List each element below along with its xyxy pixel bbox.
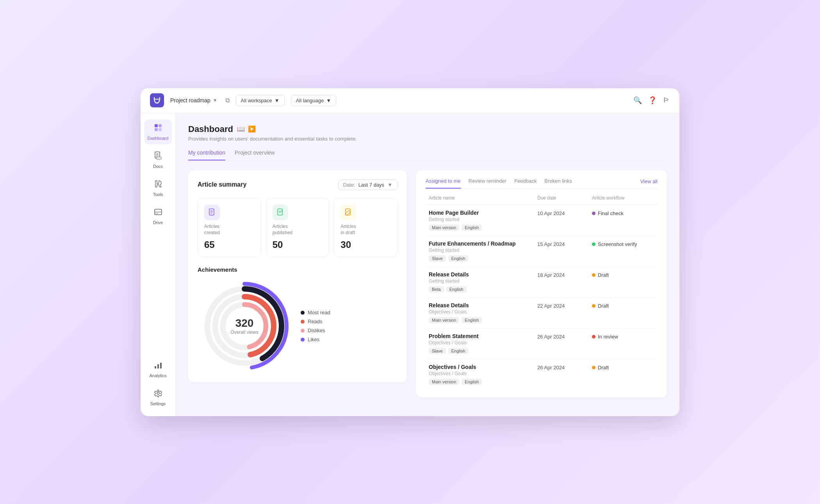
col-due-date: Due date [537, 195, 592, 201]
play-icon[interactable]: ▶️ [248, 125, 256, 133]
workflow-2: Screenshot verify [592, 240, 654, 247]
workflow-3: Draft [592, 271, 654, 278]
page-header: Dashboard 📖 ▶️ [188, 124, 667, 134]
tag-main-version-1: Main version [429, 224, 459, 231]
project-selector[interactable]: Project roadmap ▼ [170, 97, 217, 103]
table-row: Home Page Builder Getting started Main v… [426, 205, 658, 236]
stat-published-icon [273, 205, 288, 220]
external-link-icon[interactable]: ⧉ [225, 97, 230, 104]
tag-english-1: English [462, 224, 482, 231]
workflow-label-3: Draft [598, 272, 609, 278]
stat-published-value: 50 [273, 239, 323, 250]
workflow-label-6: Draft [598, 365, 609, 370]
workspace-filter[interactable]: All workspace ▼ [236, 95, 285, 106]
tag-slave-5: Slave [429, 348, 446, 354]
achievements-section: Achievements [198, 266, 398, 373]
sidebar-item-settings-label: Settings [150, 401, 166, 406]
sidebar-item-dashboard-label: Dashboard [148, 136, 169, 141]
help-icon[interactable]: ❓ [648, 96, 657, 105]
due-date-5: 26 Apr 2024 [537, 333, 592, 340]
workflow-1: Final check [592, 210, 654, 216]
tab-assigned-to-me[interactable]: Assigned to me [426, 178, 461, 189]
stat-published-label: Articlespublished [273, 223, 323, 237]
stat-draft-icon [340, 205, 356, 220]
sidebar: Dashboard Docs [141, 113, 176, 416]
article-tags-3: Beta English [429, 286, 537, 292]
due-date-2: 15 Apr 2024 [537, 240, 592, 247]
tab-project-overview[interactable]: Project overview [235, 150, 275, 160]
article-summary-card: Article summary Date: Last 7 days ▼ [188, 170, 407, 383]
tag-english-4: English [462, 317, 482, 323]
article-category-1: Getting started [429, 217, 537, 222]
due-date-4: 22 Apr 2024 [537, 302, 592, 309]
article-category-5: Objectives / Goals [429, 340, 537, 345]
article-category-3: Getting started [429, 278, 537, 284]
stats-grid: Articlescreated 65 Artic [198, 198, 398, 257]
app-logo [150, 93, 164, 107]
legend-dot-reads [301, 320, 305, 324]
table-row: Release Details Objectives / Goals Main … [426, 297, 658, 328]
sidebar-item-docs[interactable]: Docs [144, 148, 172, 173]
article-category-2: Getting started [429, 248, 537, 253]
tab-broken-links[interactable]: Broken links [544, 178, 572, 189]
view-all-link[interactable]: View all [640, 178, 658, 188]
tab-my-contribution[interactable]: My contribution [188, 150, 225, 160]
article-summary-title: Article summary [198, 181, 246, 188]
workflow-5: In review [592, 333, 654, 340]
stat-published: Articlespublished 50 [266, 198, 330, 257]
language-filter-arrow: ▼ [326, 98, 331, 103]
sidebar-item-settings[interactable]: Settings [144, 385, 172, 410]
article-tags-2: Slave English [429, 255, 537, 262]
achievements-title: Achievements [198, 266, 398, 273]
language-filter[interactable]: All language ▼ [291, 95, 336, 106]
date-filter-value: Last 7 days [358, 182, 385, 188]
sidebar-item-dashboard[interactable]: Dashboard [144, 119, 172, 144]
workflow-dot-2 [592, 242, 595, 246]
chart-legend: Most read Reads Dislikes [301, 310, 330, 342]
legend-most-read: Most read [301, 310, 330, 315]
date-filter[interactable]: Date: Last 7 days ▼ [338, 180, 398, 190]
legend-dot-dislikes [301, 329, 305, 333]
page-tabs: My contribution Project overview [188, 150, 667, 161]
stat-created-value: 65 [204, 239, 255, 250]
tag-main-version-4: Main version [429, 317, 459, 323]
sidebar-item-tools[interactable]: Tools [144, 176, 172, 201]
book-icon[interactable]: 📖 [237, 125, 245, 133]
workflow-label-1: Final check [598, 210, 624, 216]
tab-feedback[interactable]: Feedback [514, 178, 537, 189]
workflow-label-5: In review [598, 334, 618, 340]
tag-english-2: English [448, 255, 469, 262]
drive-icon [154, 208, 162, 219]
due-date-6: 26 Apr 2024 [537, 364, 592, 370]
dashboard-icon [154, 123, 162, 134]
table-row: Problem Statement Objectives / Goals Sla… [426, 328, 658, 359]
project-name: Project roadmap [170, 97, 210, 103]
stat-draft-value: 30 [340, 239, 391, 250]
analytics-icon [154, 361, 162, 372]
top-bar: Project roadmap ▼ ⧉ All workspace ▼ All … [141, 88, 679, 113]
tab-review-reminder[interactable]: Review reminder [469, 178, 507, 189]
table-header: Article name Due date Article workflow [426, 195, 658, 205]
workflow-label-2: Screenshot verify [598, 241, 637, 247]
sidebar-item-drive[interactable]: Drive [144, 204, 172, 229]
svg-rect-8 [157, 157, 161, 159]
donut-value: 320 [230, 317, 258, 329]
table-row: Release Details Getting started Beta Eng… [426, 267, 658, 297]
main-layout: Dashboard Docs [141, 113, 679, 416]
date-filter-prefix: Date: [343, 182, 355, 188]
stat-created: Articlescreated 65 [198, 198, 261, 257]
notification-icon[interactable]: 🏳 [663, 96, 670, 105]
content-area: Dashboard 📖 ▶️ Provides insights on user… [176, 113, 679, 416]
article-name-2: Future Enhancements / Roadmap [429, 240, 537, 247]
legend-reads: Reads [301, 319, 330, 324]
date-filter-arrow: ▼ [387, 182, 392, 188]
sidebar-item-analytics[interactable]: Analytics [144, 357, 172, 382]
svg-point-11 [155, 213, 156, 214]
tag-english-6: English [462, 379, 482, 385]
workflow-dot-3 [592, 273, 595, 277]
sidebar-item-docs-label: Docs [153, 164, 163, 169]
article-info-3: Release Details Getting started Beta Eng… [429, 271, 537, 292]
settings-icon [154, 389, 162, 400]
table-row: Future Enhancements / Roadmap Getting st… [426, 236, 658, 267]
search-icon[interactable]: 🔍 [633, 96, 642, 105]
